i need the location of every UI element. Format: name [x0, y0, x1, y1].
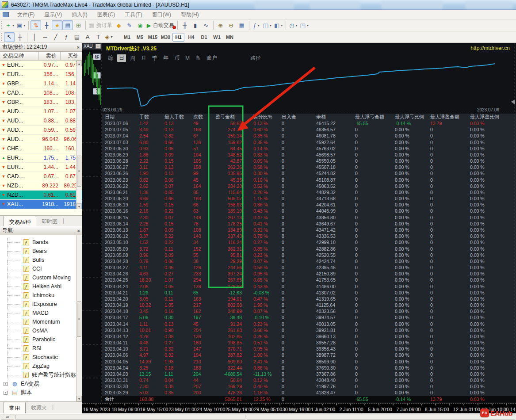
- symbol-row[interactable]: ▼EUR...0.97...0.97...: [0, 61, 82, 70]
- periods-menu-button[interactable]: ◫▾: [262, 20, 273, 30]
- column-header-2[interactable]: 买价: [61, 52, 82, 61]
- symbol-row[interactable]: ▼CAD...108....108....: [0, 88, 82, 98]
- timeframe-w1[interactable]: W1: [211, 33, 223, 42]
- symbol-row[interactable]: ▲EUR...1.75...1.75...: [0, 153, 82, 163]
- close-icon[interactable]: ×: [77, 228, 80, 233]
- timeframe-m30[interactable]: M30: [160, 33, 172, 42]
- expand-icon[interactable]: +: [4, 382, 8, 386]
- signals-button[interactable]: ◉: [135, 20, 145, 30]
- period-button-路径[interactable]: 路径: [248, 54, 263, 62]
- period-button-M[interactable]: M: [183, 55, 191, 61]
- navigator-group-ea[interactable]: +◍EA交易: [0, 379, 76, 388]
- new-chart-button[interactable]: ＋▾: [4, 20, 15, 30]
- timeframe-d1[interactable]: D1: [198, 33, 210, 42]
- chart-line-button[interactable]: ∿: [201, 20, 211, 30]
- navigator-scrollbar[interactable]: ≡ ▼: [76, 235, 82, 401]
- symbol-row[interactable]: ▼EUR...156....156....: [0, 70, 82, 79]
- menu-item[interactable]: 图表(C): [92, 11, 120, 18]
- navigator-indicator[interactable]: ƒCustom Moving: [0, 273, 76, 282]
- indicator-button-check[interactable]: √: [93, 72, 101, 79]
- period-button-币[interactable]: 币: [172, 54, 181, 62]
- minimize-icon[interactable]: −: [96, 44, 101, 49]
- navigator-indicator[interactable]: ƒZigZag: [0, 362, 76, 370]
- terminal-toggle-button[interactable]: ▤: [62, 20, 73, 30]
- period-button-季[interactable]: 季: [150, 54, 159, 62]
- period-button-综[interactable]: 综: [106, 54, 115, 62]
- navigator-indicator[interactable]: ƒMomentum: [0, 317, 76, 326]
- symbol-row[interactable]: ▼CHF...160....160....: [0, 144, 82, 153]
- navigator-indicator[interactable]: ƒStochastic: [0, 353, 76, 362]
- navigator-indicator[interactable]: ƒOsMA: [0, 326, 76, 335]
- period-button-备[interactable]: 备: [194, 54, 203, 62]
- templates-menu-button[interactable]: ◧▾: [273, 20, 284, 30]
- symbol-row[interactable]: ▼GBP...183....183....: [0, 98, 82, 107]
- profiles-button[interactable]: ▣▾: [15, 20, 27, 30]
- symbol-row[interactable]: ▼AUD...0.88...0.88...: [0, 116, 82, 126]
- menu-item[interactable]: 文件(F): [12, 11, 39, 18]
- symbol-row[interactable]: ▼AUD...96.04296.063: [0, 135, 82, 144]
- timeframe-m15[interactable]: M15: [147, 33, 159, 42]
- navigator-indicator[interactable]: ƒRSI: [0, 344, 76, 353]
- data-window-button[interactable]: ╋: [41, 20, 52, 30]
- scrollbar-thumb[interactable]: ≡: [77, 302, 81, 337]
- menu-item[interactable]: 显示(V): [39, 11, 67, 18]
- timeframe-m1[interactable]: M1: [121, 33, 133, 42]
- cursor-tool-button[interactable]: ↖: [4, 32, 15, 42]
- objects-list-button[interactable]: ◆: [114, 20, 124, 30]
- vertical-line-tool-button[interactable]: │: [29, 32, 40, 42]
- period-button-年[interactable]: 年: [161, 54, 170, 62]
- navigator-indicator[interactable]: ƒHeiken Ashi: [0, 282, 76, 291]
- period-button-周[interactable]: 周: [128, 54, 137, 62]
- shapes-tool-button[interactable]: ◈▾: [103, 32, 114, 42]
- column-header-1[interactable]: 卖价: [39, 52, 61, 61]
- scroll-up-icon[interactable]: ▲: [76, 61, 82, 66]
- navigator-indicator[interactable]: ƒMACD: [0, 309, 76, 317]
- crosshair-tool-button[interactable]: ┼: [15, 32, 25, 42]
- navigator-toggle-button[interactable]: ★: [52, 20, 62, 30]
- indicators-menu-button[interactable]: ƒ▾: [251, 20, 262, 30]
- symbol-row[interactable]: ▼GBP...1.14...1.14...: [0, 79, 82, 88]
- timeframe-m5[interactable]: M5: [134, 33, 146, 42]
- scroll-down-icon[interactable]: ▼: [76, 396, 82, 401]
- tab-收藏夹[interactable]: 收藏夹: [26, 403, 52, 413]
- tile-windows-button[interactable]: ▦: [237, 20, 247, 30]
- fibonacci-tool-button[interactable]: ƒ: [61, 32, 72, 42]
- label-tool-button[interactable]: T: [93, 32, 103, 42]
- navigator-indicator[interactable]: ƒiExposure: [0, 300, 76, 309]
- navigator-indicator[interactable]: ƒ账户盈亏统计指标: [0, 370, 76, 379]
- column-header-0[interactable]: 交易品种: [0, 52, 39, 61]
- menu-item[interactable]: 窗口(W): [147, 11, 176, 18]
- channel-tool-button[interactable]: ▤: [72, 32, 82, 42]
- text-tool-button[interactable]: A: [82, 32, 93, 42]
- navigator-indicator[interactable]: ƒIchimoku: [0, 291, 76, 300]
- symbol-row[interactable]: ▼XAU...1918...1918...: [0, 200, 82, 209]
- menu-item[interactable]: 插入(I): [67, 11, 92, 18]
- close-icon[interactable]: ×: [77, 45, 80, 50]
- scrollbar-thumb[interactable]: ≡: [77, 156, 81, 187]
- new-order-button[interactable]: ▦新订单: [88, 20, 113, 30]
- navigator-group-script[interactable]: +▤脚本: [0, 388, 76, 397]
- navigator-indicator[interactable]: ƒCCI: [0, 264, 76, 273]
- symbol-row[interactable]: ▼EUR...1.44...1.44...: [0, 163, 82, 172]
- expand-icon[interactable]: +: [4, 391, 8, 395]
- chart-window-menu-icon[interactable]: [3, 12, 9, 17]
- timeframe-h4[interactable]: H4: [185, 33, 197, 42]
- navigator-indicator[interactable]: ƒBulls: [0, 256, 76, 264]
- scroll-down-icon[interactable]: ▼: [76, 203, 82, 209]
- autotrading-button[interactable]: ▶自动交易: [145, 20, 176, 30]
- tab-交易品种[interactable]: 交易品种: [4, 216, 36, 228]
- chart-bars-button[interactable]: ╫: [180, 20, 190, 30]
- strategy-tester-button[interactable]: ⊞: [73, 20, 84, 30]
- tab-即时图[interactable]: 即时图: [36, 217, 63, 227]
- market-watch-scrollbar[interactable]: ▲ ≡ ▼: [76, 61, 82, 209]
- alerts-button[interactable]: ◷▾: [288, 20, 298, 30]
- arrows-menu-button[interactable]: ◳▾: [299, 20, 310, 30]
- zoom-in-button[interactable]: ⊕: [215, 20, 226, 30]
- zoom-out-button[interactable]: ⊖: [226, 20, 237, 30]
- period-button-月[interactable]: 月: [139, 54, 148, 62]
- trendline-tool-button[interactable]: ╱: [50, 32, 61, 42]
- period-button-日[interactable]: 日: [117, 54, 126, 62]
- timeframe-mn[interactable]: MN: [224, 33, 236, 42]
- menu-item[interactable]: 工具(T): [120, 11, 147, 18]
- symbol-row[interactable]: ▼NZD...0.61...0.61...: [0, 191, 82, 200]
